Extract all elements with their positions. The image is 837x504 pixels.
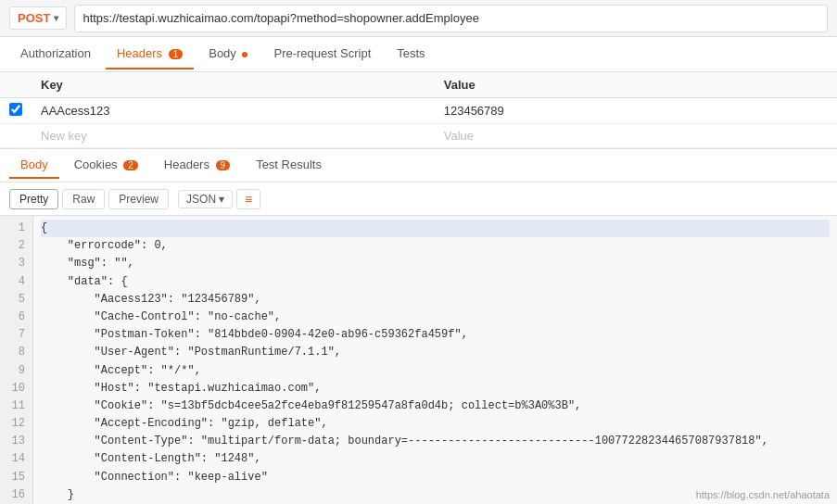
code-line: "Aacess123": "123456789", xyxy=(41,291,830,309)
code-line: "Accept-Encoding": "gzip, deflate", xyxy=(41,415,830,433)
pretty-button[interactable]: Pretty xyxy=(9,189,58,209)
line-number: 5 xyxy=(7,291,25,309)
header-value[interactable]: 123456789 xyxy=(435,98,837,124)
row-checkbox[interactable] xyxy=(9,103,22,116)
format-select[interactable]: JSON ▾ xyxy=(178,190,233,208)
new-value-placeholder[interactable]: Value xyxy=(435,124,837,148)
resp-tab-test-results[interactable]: Test Results xyxy=(245,152,333,179)
line-number: 4 xyxy=(7,273,25,291)
top-bar: POST ▾ xyxy=(0,0,837,37)
tab-tests[interactable]: Tests xyxy=(386,39,436,69)
line-number: 9 xyxy=(7,362,25,380)
header-key[interactable]: AAAcess123 xyxy=(32,98,435,124)
tab-headers[interactable]: Headers 1 xyxy=(106,39,194,69)
code-line: "Content-Type": "multipart/form-data; bo… xyxy=(41,433,830,450)
line-number: 7 xyxy=(7,326,25,344)
code-line: "Cookie": "s=13bf5dcb4cee5a2fce4eba9f812… xyxy=(41,397,830,415)
watermark: https://blog.csdn.net/ahaotata xyxy=(696,489,830,500)
line-number: 8 xyxy=(7,344,25,361)
col-key: Key xyxy=(32,72,435,98)
code-line: "User-Agent": "PostmanRuntime/7.1.1", xyxy=(41,344,830,361)
code-line: "Connection": "keep-alive" xyxy=(41,469,830,486)
headers-badge: 1 xyxy=(169,49,184,59)
response-tabs-row: Body Cookies 2 Headers 9 Test Results xyxy=(0,149,837,183)
code-line: "Accept": "*/*", xyxy=(41,362,830,380)
line-number: 15 xyxy=(7,469,25,486)
wrap-button[interactable]: ≡ xyxy=(236,189,260,209)
line-number: 12 xyxy=(7,415,25,433)
resp-headers-badge: 9 xyxy=(216,160,231,170)
resp-tab-headers[interactable]: Headers 9 xyxy=(153,152,241,179)
line-number: 11 xyxy=(7,397,25,415)
tab-pre-request-script[interactable]: Pre-request Script xyxy=(262,39,382,69)
headers-table: Key Value AAAcess123 123456789 New key V… xyxy=(0,72,837,148)
line-numbers: 1234567891011121314151617 xyxy=(0,216,33,504)
line-number: 16 xyxy=(7,486,25,504)
table-row: AAAcess123 123456789 xyxy=(0,98,837,124)
new-key-placeholder[interactable]: New key xyxy=(32,124,435,148)
tab-body[interactable]: Body xyxy=(197,39,259,69)
method-label: POST xyxy=(18,11,50,25)
code-line: "Content-Length": "1248", xyxy=(41,450,830,468)
line-number: 13 xyxy=(7,433,25,450)
row-checkbox-cell[interactable] xyxy=(0,98,32,124)
preview-button[interactable]: Preview xyxy=(108,189,169,209)
method-chevron-icon: ▾ xyxy=(54,13,58,23)
line-number: 10 xyxy=(7,380,25,397)
body-toolbar: Pretty Raw Preview JSON ▾ ≡ xyxy=(0,183,837,216)
col-checkbox xyxy=(0,72,32,98)
cookies-badge: 2 xyxy=(123,160,138,170)
raw-button[interactable]: Raw xyxy=(62,189,105,209)
line-number: 6 xyxy=(7,309,25,326)
headers-section: Key Value AAAcess123 123456789 New key V… xyxy=(0,72,837,149)
col-value: Value xyxy=(435,72,837,98)
code-line: { xyxy=(41,220,830,237)
resp-tab-cookies[interactable]: Cookies 2 xyxy=(63,152,149,179)
code-line: "Postman-Token": "814bbde0-0904-42e0-ab9… xyxy=(41,326,830,344)
line-number: 2 xyxy=(7,237,25,255)
wrap-icon: ≡ xyxy=(245,192,252,207)
body-dot xyxy=(242,52,247,57)
table-row-empty: New key Value xyxy=(0,124,837,148)
line-number: 1 xyxy=(7,220,25,237)
code-line: "msg": "", xyxy=(41,255,830,272)
code-content: { "errorcode": 0, "msg": "", "data": { "… xyxy=(33,216,837,504)
empty-checkbox-cell xyxy=(0,124,32,148)
url-input[interactable] xyxy=(74,5,828,32)
line-number: 3 xyxy=(7,255,25,272)
method-button[interactable]: POST ▾ xyxy=(9,6,67,30)
code-line: "errorcode": 0, xyxy=(41,237,830,255)
resp-tab-body[interactable]: Body xyxy=(9,152,59,179)
request-tabs-row: Authorization Headers 1 Body Pre-request… xyxy=(0,37,837,72)
format-chevron-icon: ▾ xyxy=(219,193,224,206)
tab-authorization[interactable]: Authorization xyxy=(9,39,102,69)
code-line: "Cache-Control": "no-cache", xyxy=(41,309,830,326)
code-area: 1234567891011121314151617 { "errorcode":… xyxy=(0,216,837,504)
line-number: 14 xyxy=(7,450,25,468)
code-line: "Host": "testapi.wuzhicaimao.com", xyxy=(41,380,830,397)
code-line: "data": { xyxy=(41,273,830,291)
